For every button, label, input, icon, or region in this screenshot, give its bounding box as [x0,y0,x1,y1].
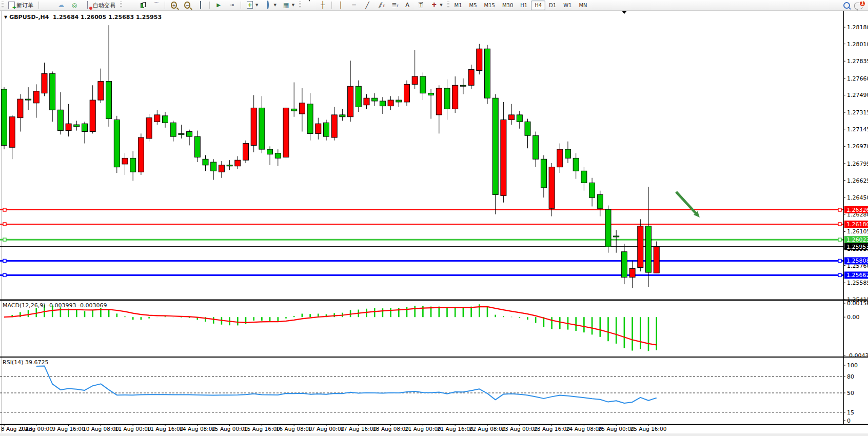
candle-body [460,85,466,86]
bar-chart-button[interactable] [124,0,137,10]
symbol-dropdown-icon[interactable]: ▼ [4,15,7,19]
zoom-in-button[interactable]: + [167,0,181,10]
chart-title[interactable]: ▼GBPUSD-,H4 1.25684 1.26005 1.25683 1.25… [4,14,162,21]
chart-shift-button[interactable]: ⇥ [225,0,239,10]
templates-button[interactable]: ▦▼ [280,0,298,10]
price-axis-tick: 1.26450 [847,194,868,201]
timeframe-button-d1[interactable]: D1 [545,1,560,10]
horizontal-line-button[interactable]: ─ [347,0,361,10]
fibonacci-icon: ≣F [390,2,398,9]
timeframe-button-m5[interactable]: M5 [466,1,481,10]
toolbar-grip[interactable] [447,2,449,9]
candle-body [638,226,643,268]
vertical-line-button[interactable]: │ [334,0,347,10]
candle-body [114,120,120,167]
rsi-axis-label: 80 [847,373,854,380]
candle-body [82,124,88,131]
cursor-button[interactable] [303,0,316,10]
candle-body [420,76,426,93]
candle-body [356,86,361,107]
toolbar-grip[interactable] [2,2,4,9]
timeframe-button-h4[interactable]: H4 [531,1,545,10]
timeframe-button-w1[interactable]: W1 [560,1,575,10]
price-axis-tick: 1.26105 [847,228,868,235]
tile-windows-button[interactable] [194,0,207,10]
level-handle[interactable] [838,238,841,241]
timeframe-button-mn[interactable]: MN [575,1,590,10]
candle-body [74,125,80,127]
fibonacci-button[interactable]: ≣F [387,0,401,10]
candle-body [614,236,619,237]
candle-body [66,124,71,130]
level-handle[interactable] [838,273,841,276]
price-badge-label: 1.25662 [846,272,868,279]
rsi-axis-label: 0 [847,418,851,424]
crosshair-icon: ┼ [319,2,326,9]
level-handle[interactable] [3,208,6,211]
timeframe-button-m30[interactable]: M30 [499,1,517,10]
chart-shift-icon: ⇥ [228,2,235,9]
candle-body [525,122,530,135]
time-axis-label: 17 Aug 16:00 [340,426,377,432]
level-handle[interactable] [3,259,6,262]
price-badge-label: 1.26326 [846,207,868,213]
level-handle[interactable] [3,238,6,241]
indicators-button[interactable]: +▼ [243,0,261,10]
timeframe-button-m15[interactable]: M15 [481,1,499,10]
price-axis-tick: 1.26625 [847,177,868,184]
zoom-in-icon: + [171,2,177,9]
signal-button[interactable]: ◎ [68,0,81,10]
timeframe-button-m1[interactable]: M1 [451,1,466,10]
candle-body [50,73,55,110]
candle-body [573,158,579,171]
candle-body [581,171,587,183]
time-axis-label: 25 Aug 00:00 [598,426,635,432]
arrows-button[interactable]: ✚▼ [427,0,445,10]
price-axis-tick: 1.27660 [847,75,868,82]
crosshair-button[interactable]: ┼ [316,0,329,10]
candle-body [388,100,393,106]
search-icon[interactable] [843,2,850,9]
text-button[interactable]: A [401,0,414,10]
candle-body [541,159,546,188]
text-label-button[interactable]: T [414,0,427,10]
cloud-button[interactable]: ☁ [54,0,68,10]
cloud-icon: ☁ [57,2,65,9]
new-order-button[interactable]: + 新订单 [5,0,36,10]
macd-axis-label: -0.004322 [847,352,868,359]
ohlc-open: 1.25684 [53,14,78,21]
candle-body [324,123,329,136]
level-handle[interactable] [838,208,841,211]
level-handle[interactable] [838,223,841,226]
price-axis-tick: 1.28010 [847,41,868,48]
toolbar-grip[interactable] [120,2,122,9]
candle-body [380,101,385,106]
candle-body [501,120,506,195]
channel-button[interactable]: ∥E [374,0,387,10]
vertical-line-icon: │ [337,2,344,9]
candle-body [654,247,659,273]
periods-button[interactable]: ▼ [261,0,279,10]
level-handle[interactable] [838,259,841,262]
candlestick-button[interactable] [137,0,149,10]
trendline-button[interactable]: ╱ [361,0,374,10]
auto-trading-button[interactable]: 自动交易 [81,0,119,10]
candle-body [179,133,184,134]
level-handle[interactable] [3,273,6,276]
time-axis-label: 25 Aug 16:00 [630,426,667,432]
ohlc-high: 1.26005 [81,14,106,21]
auto-scroll-button[interactable]: ▶ [212,0,225,10]
level-handle[interactable] [3,223,6,226]
candle-body [130,158,136,172]
chat-bubble-icon[interactable]: 1 [854,3,863,9]
macd-axis-label: 0.001569 [847,300,868,307]
candle-body [235,160,241,166]
alerts-button[interactable] [41,0,54,10]
chart-canvas[interactable]: 1.281801.280101.278351.276601.274901.273… [0,0,868,436]
line-chart-button[interactable]: ⌒ [149,0,163,10]
timeframe-button-h1[interactable]: H1 [517,1,531,10]
macd-axis-label: 0.00 [847,314,860,321]
toolbar-grip[interactable] [299,2,301,9]
zoom-out-button[interactable]: − [181,0,194,10]
candle-body [291,109,297,111]
